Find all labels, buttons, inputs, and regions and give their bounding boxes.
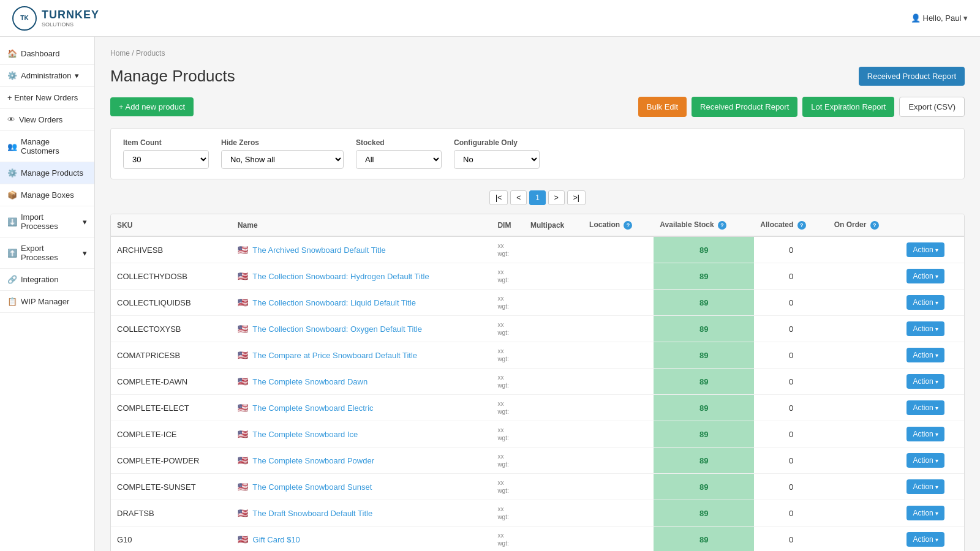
product-name-link[interactable]: The Compare at Price Snowboard Default T… [252,351,417,360]
action-button[interactable]: Action [907,321,944,336]
action-button[interactable]: Action [907,400,944,415]
sidebar: 🏠 Dashboard ⚙️ Administration ▾ + Enter … [0,37,95,551]
on-order-help-icon[interactable]: ? [870,221,879,230]
logo-subtitle: SOLUTIONS [42,21,99,28]
page-last-button[interactable]: >| [567,190,586,205]
cell-sku: DRAFTSB [111,500,232,527]
sidebar-item-manage-boxes[interactable]: 📦 Manage Boxes [0,184,94,206]
cell-multipack [524,290,583,316]
cell-dim: xxwgt: [491,500,524,527]
add-product-button[interactable]: + Add new product [110,97,194,116]
customers-icon: 👥 [7,142,17,151]
sidebar-item-manage-products[interactable]: ⚙️ Manage Products [0,162,94,184]
product-name-link[interactable]: The Draft Snowboard Default Title [252,509,372,518]
product-name-link[interactable]: The Collection Snowboard: Oxygen Default… [252,324,422,334]
action-button[interactable]: Action [907,269,944,283]
location-help-icon[interactable]: ? [624,221,632,230]
export-csv-button[interactable]: Export (CSV) [899,97,965,117]
cell-name: 🇺🇸 The Complete Snowboard Dawn [232,369,491,395]
hide-zeros-select[interactable]: No, Show all Yes, Hide Zeros [221,150,344,169]
cell-stock: 89 [654,421,754,448]
product-name-link[interactable]: The Archived Snowboard Default Title [252,246,386,255]
filter-bar: Item Count 30 10 20 50 100 Hide Zeros No… [110,128,965,179]
flag-icon: 🇺🇸 [238,508,248,518]
product-name-link[interactable]: Gift Card $10 [253,535,300,544]
dashboard-icon: 🏠 [7,49,17,58]
sidebar-item-administration[interactable]: ⚙️ Administration ▾ [0,65,94,87]
cell-on-order [828,236,901,263]
cell-action: Action [900,527,964,552]
cell-location [583,369,654,395]
cell-multipack [524,263,583,290]
sidebar-item-enter-new-orders[interactable]: + Enter New Orders [0,87,94,109]
allocated-help-icon[interactable]: ? [797,221,806,230]
table-row: COMPLETE-POWDER 🇺🇸 The Complete Snowboar… [111,448,964,474]
sidebar-item-import-processes[interactable]: ⬇️ Import Processes ▾ [0,206,94,238]
view-orders-icon: 👁 [7,115,15,124]
flag-icon: 🇺🇸 [238,298,248,307]
cell-multipack [524,395,583,421]
stock-help-icon[interactable]: ? [718,221,726,230]
product-name-link[interactable]: The Complete Snowboard Electric [252,403,373,413]
stocked-select[interactable]: All Yes No [356,150,442,169]
user-menu[interactable]: 👤 Hello, Paul ▾ [911,13,968,23]
hide-zeros-filter: Hide Zeros No, Show all Yes, Hide Zeros [221,138,344,169]
page-current-button[interactable]: 1 [529,190,546,205]
sidebar-item-dashboard[interactable]: 🏠 Dashboard [0,43,94,65]
cell-name: 🇺🇸 The Collection Snowboard: Oxygen Defa… [232,316,491,342]
page-next-button[interactable]: > [548,190,565,205]
manage-product-manufactures-button[interactable]: Received Product Report [859,67,965,86]
cell-sku: G10 [111,527,232,552]
cell-stock: 89 [654,448,754,474]
dim-value: xxwgt: [497,321,518,337]
received-product-report-button[interactable]: Received Product Report [692,97,797,117]
dim-value: xxwgt: [497,505,518,521]
sidebar-item-integration[interactable]: 🔗 Integration [0,269,94,291]
action-button[interactable]: Action [907,427,944,441]
sidebar-item-view-orders[interactable]: 👁 View Orders [0,109,94,131]
page-first-button[interactable]: |< [489,190,508,205]
cell-location [583,500,654,527]
cell-stock: 89 [654,395,754,421]
sidebar-item-wip-manager[interactable]: 📋 WIP Manager [0,291,94,313]
action-button[interactable]: Action [907,453,944,468]
cell-action: Action [900,500,964,527]
toolbar: + Add new product Bulk Edit Received Pro… [110,97,965,117]
cell-location [583,263,654,290]
dim-value: xxwgt: [497,452,518,468]
cell-dim: xxwgt: [491,236,524,263]
product-name-link[interactable]: The Collection Snowboard: Liquid Default… [252,298,416,307]
product-name-link[interactable]: The Complete Snowboard Sunset [252,482,372,492]
lot-expiration-report-button[interactable]: Lot Expiration Report [802,97,894,117]
item-count-label: Item Count [123,138,209,147]
action-button[interactable]: Action [907,479,944,494]
page-prev-button[interactable]: < [510,190,527,205]
bulk-edit-button[interactable]: Bulk Edit [638,97,687,117]
cell-allocated: 0 [754,474,827,500]
product-name-link[interactable]: The Complete Snowboard Powder [252,456,374,465]
cell-multipack [524,369,583,395]
product-name-link[interactable]: The Collection Snowboard: Hydrogen Defau… [252,272,429,281]
cell-sku: COLLECTOXYSB [111,316,232,342]
product-name-link[interactable]: The Complete Snowboard Dawn [252,377,368,386]
action-button[interactable]: Action [907,242,944,257]
cell-sku: COMPLETE-SUNSET [111,474,232,500]
breadcrumb-home[interactable]: Home [110,49,130,58]
table-row: COMPLETE-SUNSET 🇺🇸 The Complete Snowboar… [111,474,964,500]
cell-location [583,236,654,263]
sidebar-item-manage-customers[interactable]: 👥 Manage Customers [0,131,94,162]
cell-allocated: 0 [754,263,827,290]
table-row: ARCHIVESB 🇺🇸 The Archived Snowboard Defa… [111,236,964,263]
configurable-only-select[interactable]: No Yes [454,150,540,169]
product-name-link[interactable]: The Complete Snowboard Ice [252,430,358,439]
cell-allocated: 0 [754,290,827,316]
action-button[interactable]: Action [907,348,944,362]
cell-location [583,290,654,316]
item-count-select[interactable]: 30 10 20 50 100 [123,150,209,169]
cell-on-order [828,448,901,474]
sidebar-item-export-processes[interactable]: ⬆️ Export Processes ▾ [0,238,94,269]
action-button[interactable]: Action [907,374,944,389]
action-button[interactable]: Action [907,532,944,547]
action-button[interactable]: Action [907,295,944,310]
action-button[interactable]: Action [907,506,944,520]
